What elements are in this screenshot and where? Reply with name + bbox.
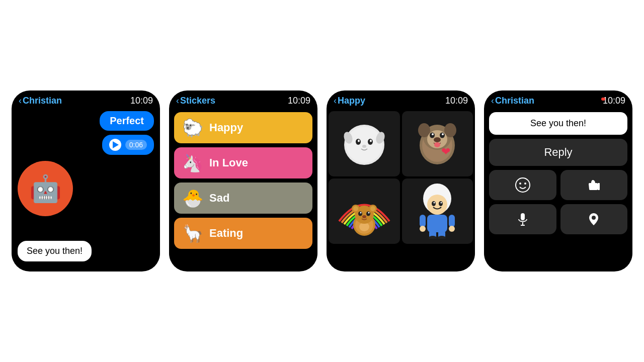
thumbsup-icon xyxy=(586,177,602,193)
svg-point-15 xyxy=(430,133,435,138)
play-icon xyxy=(113,141,119,148)
happy-label: Happy xyxy=(209,121,243,134)
screen1-time: 10:09 xyxy=(130,96,153,106)
eating-emoji: 🦙 xyxy=(182,223,203,244)
stickers-list: 🐑 Happy 🦄 In Love 🐣 Sad 🦙 Eating xyxy=(169,109,317,252)
screen4-title: Christian xyxy=(495,96,534,106)
svg-point-19 xyxy=(434,137,441,142)
svg-point-48 xyxy=(420,226,426,232)
screen2-header: ‹ Stickers 10:09 xyxy=(169,90,317,109)
screen4-header: ‹ Christian 10:09 xyxy=(484,90,632,109)
svg-point-33 xyxy=(368,212,369,214)
svg-point-20 xyxy=(434,142,440,147)
svg-point-49 xyxy=(449,226,455,232)
screen1-header: ‹ Christian 10:09 xyxy=(12,90,160,109)
svg-rect-53 xyxy=(598,183,600,190)
svg-rect-47 xyxy=(449,215,455,227)
sticker-circle: 🤖 xyxy=(18,161,73,216)
screen1-content: Perfect 0:06 🤖 xyxy=(12,109,160,218)
svg-point-36 xyxy=(427,195,447,215)
screen1-header-left: ‹ Christian xyxy=(19,96,62,106)
reply-actions-grid xyxy=(489,170,627,234)
svg-point-18 xyxy=(442,133,444,135)
happy-sticker-2-svg: ❤ xyxy=(412,116,462,171)
stickers-grid: ❤ xyxy=(327,109,475,246)
screen4-time: 10:09 xyxy=(603,96,625,106)
inlove-emoji: 🦄 xyxy=(182,152,203,173)
screen1-messages: ‹ Christian 10:09 Perfect 0:06 🤖 See you… xyxy=(12,90,160,272)
screen1-back-icon[interactable]: ‹ xyxy=(19,96,22,106)
play-button[interactable] xyxy=(109,139,121,151)
microphone-action-button[interactable] xyxy=(489,204,556,234)
reply-button[interactable]: Reply xyxy=(489,139,627,166)
happy-sticker-3-svg xyxy=(337,184,392,239)
svg-point-5 xyxy=(370,140,372,142)
screen2-stickers: ‹ Stickers 10:09 🐑 Happy 🦄 In Love 🐣 Sad… xyxy=(169,90,317,272)
svg-point-30 xyxy=(358,212,362,216)
svg-point-34 xyxy=(362,215,366,218)
svg-point-38 xyxy=(439,201,443,206)
location-icon xyxy=(586,211,602,227)
sticker-item-sad[interactable]: 🐣 Sad xyxy=(174,183,312,214)
reply-see-you-bubble: See you then! xyxy=(489,112,627,135)
sad-emoji: 🐣 xyxy=(182,188,203,209)
screen2-back-icon[interactable]: ‹ xyxy=(176,96,179,106)
screen4-reply: ‹ Christian 10:09 See you then! Reply xyxy=(484,90,632,272)
sad-label: Sad xyxy=(209,192,229,205)
eating-label: Eating xyxy=(209,227,243,240)
screen4-back-icon[interactable]: ‹ xyxy=(491,96,494,106)
microphone-icon xyxy=(515,211,531,227)
screen3-happy: ‹ Happy 10:09 xyxy=(327,90,475,272)
screen3-header: ‹ Happy 10:09 xyxy=(327,90,475,109)
sticker-cell-3[interactable] xyxy=(329,178,400,244)
screen3-time: 10:09 xyxy=(445,96,468,106)
sticker-emoji: 🤖 xyxy=(29,173,62,204)
screen2-header-left: ‹ Stickers xyxy=(176,96,215,106)
thumbsup-action-button[interactable] xyxy=(560,170,628,200)
svg-point-31 xyxy=(366,212,370,216)
bubble-perfect: Perfect xyxy=(100,111,154,131)
happy-sticker-1-svg xyxy=(339,119,389,169)
svg-point-40 xyxy=(441,202,442,204)
screens-container: ‹ Christian 10:09 Perfect 0:06 🤖 See you… xyxy=(12,90,632,272)
sticker-cell-4[interactable] xyxy=(402,178,473,244)
happy-sticker-4-svg xyxy=(417,184,457,239)
svg-point-50 xyxy=(516,178,530,192)
screen1-title: Christian xyxy=(23,96,62,106)
svg-point-51 xyxy=(519,183,521,185)
sticker-cell-2[interactable]: ❤ xyxy=(402,111,473,176)
svg-point-28 xyxy=(353,206,358,211)
sticker-item-happy[interactable]: 🐑 Happy xyxy=(174,112,312,143)
svg-point-39 xyxy=(434,202,435,204)
svg-point-57 xyxy=(592,216,596,220)
screen4-content: See you then! Reply xyxy=(484,109,632,237)
audio-duration: 0:06 xyxy=(125,140,147,150)
svg-rect-41 xyxy=(427,215,447,232)
inlove-label: In Love xyxy=(209,156,248,169)
emoji-icon xyxy=(515,177,531,193)
bubble-audio[interactable]: 0:06 xyxy=(102,135,154,155)
emoji-action-button[interactable] xyxy=(489,170,556,200)
svg-text:❤: ❤ xyxy=(441,145,450,158)
screen3-title: Happy xyxy=(338,96,365,106)
location-action-button[interactable] xyxy=(560,204,628,234)
svg-rect-54 xyxy=(521,213,525,220)
svg-point-16 xyxy=(440,133,445,138)
svg-point-52 xyxy=(524,183,526,185)
screen4-header-left: ‹ Christian xyxy=(491,96,534,106)
sticker-item-inlove[interactable]: 🦄 In Love xyxy=(174,147,312,178)
svg-point-17 xyxy=(432,133,434,135)
screen3-header-left: ‹ Happy xyxy=(334,96,365,106)
svg-point-6 xyxy=(362,145,366,148)
screen3-back-icon[interactable]: ‹ xyxy=(334,96,337,106)
sticker-cell-1[interactable] xyxy=(329,111,400,176)
sticker-area: 🤖 xyxy=(18,161,73,216)
svg-point-29 xyxy=(370,206,375,211)
svg-rect-46 xyxy=(420,215,426,227)
svg-point-4 xyxy=(358,140,360,142)
sticker-item-eating[interactable]: 🦙 Eating xyxy=(174,218,312,249)
svg-point-32 xyxy=(360,212,361,214)
happy-emoji: 🐑 xyxy=(182,117,203,138)
red-dot-indicator xyxy=(601,98,605,101)
screen2-time: 10:09 xyxy=(288,96,310,106)
